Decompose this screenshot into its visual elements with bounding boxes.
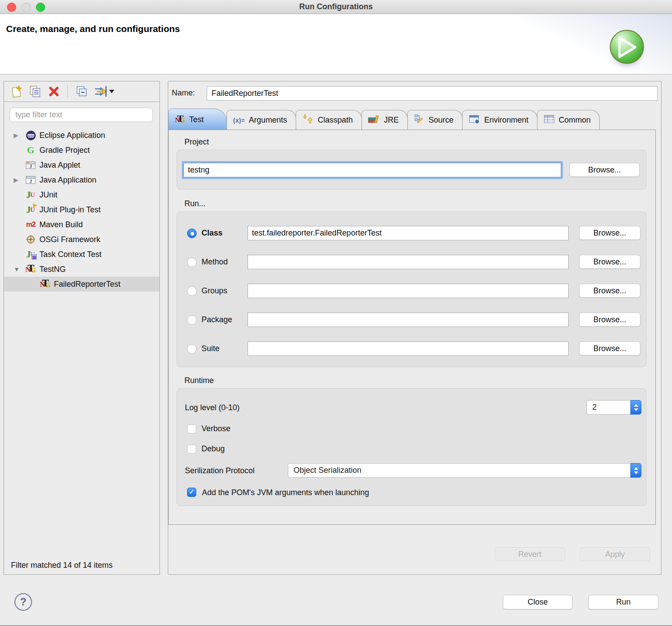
toolbar-separator: [67, 85, 68, 98]
tree-item-junit[interactable]: JU JUnit: [4, 187, 159, 202]
package-radio[interactable]: [187, 315, 197, 325]
verbose-checkbox[interactable]: [187, 424, 196, 433]
tree-item-maven-build[interactable]: m2 Maven Build: [4, 217, 159, 232]
junit-icon: JU: [25, 190, 36, 200]
serialization-stepper[interactable]: [630, 463, 641, 478]
tab-arguments[interactable]: (x)= Arguments: [226, 110, 296, 130]
suite-browse-button[interactable]: Browse...: [579, 341, 640, 355]
filter-status: Filter matched 14 of 14 items: [11, 561, 113, 570]
runtime-section-label: Runtime: [184, 376, 214, 385]
configurations-sidebar: ▶ Eclipse Application G Gradle Project: [4, 81, 160, 575]
pom-jvm-arguments-checkbox[interactable]: [187, 488, 196, 497]
pom-jvm-arguments-label: Add the POM's JVM arguments when launchi…: [202, 488, 369, 497]
class-browse-button[interactable]: Browse...: [579, 226, 640, 240]
configuration-name-input[interactable]: [207, 86, 658, 101]
class-radio[interactable]: [187, 229, 197, 238]
help-button[interactable]: ?: [14, 593, 32, 611]
header-gradient: [488, 14, 672, 74]
name-row: Name:: [172, 86, 658, 101]
project-input[interactable]: [184, 163, 561, 177]
suite-radio[interactable]: [187, 344, 197, 354]
run-section-label: Run...: [184, 199, 205, 208]
tree-item-gradle-project[interactable]: G Gradle Project: [4, 143, 159, 158]
java-application-icon: J: [25, 175, 36, 185]
tab-jre[interactable]: JRE: [361, 110, 408, 130]
class-label: Class: [202, 229, 223, 238]
stepper-down-icon[interactable]: [634, 408, 638, 411]
package-input[interactable]: [248, 313, 569, 327]
suite-input[interactable]: [248, 341, 569, 356]
zoom-window-button[interactable]: [36, 3, 45, 12]
serialization-protocol-value[interactable]: Object Serialization: [288, 463, 630, 478]
task-context-icon: JU▣: [25, 249, 36, 260]
tab-common[interactable]: Common: [537, 110, 600, 130]
jre-books-icon: [368, 114, 380, 126]
filter-dropdown-caret-icon[interactable]: [109, 90, 114, 93]
osgi-icon: [25, 234, 36, 245]
groups-input[interactable]: [248, 284, 569, 298]
tab-test[interactable]: NGT Test: [168, 109, 227, 130]
runtime-groupbox: Log level (0-10) 2 Verbose Debug Seriliz…: [177, 388, 647, 506]
groups-label: Groups: [202, 286, 227, 295]
apply-button[interactable]: Apply: [580, 547, 650, 561]
common-table-icon: [544, 114, 555, 126]
minimize-window-button[interactable]: [21, 3, 31, 12]
new-configuration-icon[interactable]: [10, 85, 22, 98]
debug-checkbox[interactable]: [187, 444, 196, 454]
title-bar: Run Configurations: [0, 0, 672, 14]
tree-item-failedreportertest[interactable]: NGT FailedReporterTest: [4, 277, 159, 292]
serialization-protocol-label: Serilization Protocol: [185, 466, 255, 475]
svg-text:J: J: [29, 163, 32, 169]
log-level-stepper[interactable]: [630, 400, 641, 415]
tab-bar: NGT Test (x)= Arguments Classpath: [168, 109, 599, 130]
filter-launch-configurations-icon[interactable]: [94, 85, 114, 98]
project-browse-button[interactable]: Browse...: [569, 163, 640, 177]
method-input[interactable]: [248, 255, 569, 269]
method-radio[interactable]: [187, 257, 197, 267]
groups-browse-button[interactable]: Browse...: [579, 284, 640, 298]
tree-item-java-applet[interactable]: J Java Applet: [4, 158, 159, 172]
tab-classpath[interactable]: Classpath: [296, 110, 362, 130]
tree-item-task-context-test[interactable]: JU▣ Task Context Test: [4, 247, 159, 262]
tree-item-eclipse-application[interactable]: ▶ Eclipse Application: [4, 128, 159, 143]
junit-plugin-icon: JU: [25, 204, 36, 215]
java-applet-icon: J: [25, 160, 36, 170]
stepper-up-icon[interactable]: [634, 467, 638, 470]
verbose-label: Verbose: [202, 424, 230, 433]
tree-item-osgi-framework[interactable]: OSGi Framework: [4, 232, 159, 247]
maven-icon: m2: [25, 219, 36, 230]
run-button[interactable]: Run: [588, 595, 658, 609]
close-window-button[interactable]: [7, 3, 16, 12]
name-label: Name:: [172, 88, 195, 98]
tree-item-java-application[interactable]: ▶ J Java Application: [4, 172, 159, 187]
expand-collapsed-icon[interactable]: ▶: [14, 176, 25, 183]
tree-item-testng[interactable]: ▼ NGT TestNG: [4, 262, 159, 277]
revert-button[interactable]: Revert: [495, 547, 565, 561]
delete-configuration-icon[interactable]: [48, 85, 60, 98]
run-launch-icon: [610, 30, 644, 64]
method-browse-button[interactable]: Browse...: [579, 255, 640, 269]
log-level-value[interactable]: 2: [587, 400, 630, 415]
package-browse-button[interactable]: Browse...: [579, 313, 640, 327]
close-button[interactable]: Close: [503, 595, 573, 609]
tab-environment[interactable]: Environment: [462, 110, 538, 130]
eclipse-icon: [25, 130, 36, 141]
filter-input[interactable]: [10, 108, 153, 122]
groups-radio[interactable]: [187, 286, 197, 296]
tab-source[interactable]: Source: [407, 110, 463, 130]
source-icon: [414, 114, 424, 127]
stepper-up-icon[interactable]: [634, 404, 638, 407]
class-input[interactable]: [248, 226, 569, 240]
run-groupbox: Class Browse... Method Browse... Groups …: [177, 211, 647, 367]
window-title: Run Configurations: [299, 2, 373, 11]
collapse-all-icon[interactable]: [75, 85, 88, 98]
package-label: Package: [202, 315, 232, 324]
duplicate-configuration-icon[interactable]: [29, 85, 41, 98]
stepper-down-icon[interactable]: [634, 471, 638, 474]
tree-item-junit-plugin-test[interactable]: JU JUnit Plug-in Test: [4, 202, 159, 217]
expand-expanded-icon[interactable]: ▼: [14, 266, 25, 273]
serialization-protocol-select[interactable]: Object Serialization: [288, 463, 641, 478]
svg-text:J: J: [29, 178, 32, 184]
sidebar-toolbar: [4, 81, 159, 102]
expand-collapsed-icon[interactable]: ▶: [14, 132, 25, 139]
